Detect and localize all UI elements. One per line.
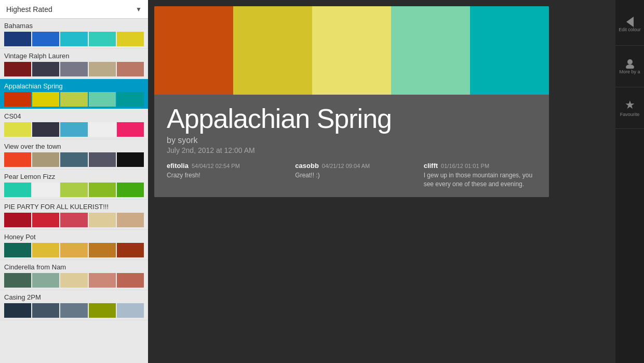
color-swatch — [117, 152, 144, 167]
detail-color-block — [154, 6, 233, 95]
palette-item[interactable]: Pear Lemon Fizz — [0, 170, 148, 200]
comment-author: casobb — [295, 162, 319, 170]
color-swatch — [4, 213, 31, 227]
detail-color-block — [233, 6, 312, 95]
palette-item-name: Honey Pot — [4, 233, 144, 241]
color-swatches — [4, 152, 144, 167]
palette-item[interactable]: Vintage Ralph Lauren — [0, 49, 148, 79]
color-swatch — [89, 183, 116, 197]
edit-colour-label: Edit colour — [619, 27, 641, 33]
palette-item[interactable]: Honey Pot — [0, 230, 148, 260]
comment-text: Great!! :) — [295, 171, 408, 180]
comment-text: I gew up in those mountain ranges, you s… — [424, 171, 536, 189]
color-swatch — [89, 303, 116, 318]
color-swatch — [89, 243, 116, 257]
chevron-down-icon: ▼ — [136, 6, 142, 13]
color-swatch — [89, 92, 116, 107]
star-icon: ★ — [625, 98, 635, 112]
color-swatch — [60, 213, 87, 227]
color-swatch — [117, 92, 144, 107]
palette-item[interactable]: CS04 — [0, 109, 148, 139]
color-swatch — [60, 62, 87, 76]
comment: casobb04/21/12 09:04 AMGreat!! :) — [295, 162, 408, 189]
palette-item-name: CS04 — [4, 112, 144, 120]
color-swatch — [60, 32, 87, 46]
palette-item[interactable]: PIE PARTY FOR ALL KULERIST!!! — [0, 200, 148, 230]
color-swatch — [4, 303, 31, 318]
color-swatch — [117, 183, 144, 197]
color-swatch — [32, 62, 59, 76]
color-swatches — [4, 273, 144, 288]
color-swatch — [4, 243, 31, 257]
palette-date: July 2nd, 2012 at 12:00 AM — [167, 146, 536, 154]
sort-label: Highest Rated — [6, 5, 52, 14]
color-swatch — [32, 152, 59, 167]
palette-item[interactable]: View over the town — [0, 139, 148, 170]
palette-item-name: Appalachian Spring — [4, 82, 144, 90]
color-swatch — [117, 273, 144, 288]
edit-colour-button[interactable]: Edit colour — [615, 4, 644, 46]
more-by-author-button[interactable]: More by a — [615, 46, 644, 87]
comment: clifft01/16/12 01:01 PMI gew up in those… — [424, 162, 536, 189]
color-swatch — [60, 183, 87, 197]
palette-author: by syork — [167, 136, 536, 145]
color-swatch — [89, 32, 116, 46]
detail-color-block — [470, 6, 549, 95]
color-swatch — [32, 303, 59, 318]
color-swatch — [89, 213, 116, 227]
color-swatch — [60, 243, 87, 257]
color-swatch — [32, 183, 59, 197]
right-panel: Edit colour More by a ★ Favourite — [615, 0, 644, 363]
palette-item[interactable]: Appalachian Spring — [0, 79, 148, 109]
palette-item-name: Pear Lemon Fizz — [4, 173, 144, 180]
color-swatch — [117, 62, 144, 76]
palette-item[interactable]: Casing 2PM — [0, 290, 148, 320]
comment-header: clifft01/16/12 01:01 PM — [424, 162, 536, 170]
color-swatch — [89, 152, 116, 167]
color-swatches — [4, 213, 144, 227]
sort-dropdown[interactable]: Highest Rated ▼ — [0, 0, 148, 19]
detail-color-block — [312, 6, 391, 95]
comment-date: 04/21/12 09:04 AM — [322, 163, 370, 169]
color-swatch — [117, 122, 144, 137]
svg-point-1 — [626, 64, 634, 69]
color-swatch — [60, 122, 87, 137]
color-swatch — [32, 213, 59, 227]
color-swatch — [117, 303, 144, 318]
color-swatch — [4, 92, 31, 107]
palette-item[interactable]: Cinderella from Nam — [0, 260, 148, 290]
color-swatches — [4, 122, 144, 137]
comments-section: efitolia54/04/12 02:54 PMCrazy fresh!cas… — [167, 162, 536, 189]
color-swatches — [4, 92, 144, 107]
color-swatch — [60, 273, 87, 288]
color-swatch — [89, 62, 116, 76]
color-swatch — [4, 32, 31, 46]
palette-item-name: Casing 2PM — [4, 293, 144, 301]
color-swatch — [32, 92, 59, 107]
color-swatches — [4, 243, 144, 257]
color-swatch — [4, 273, 31, 288]
favourite-button[interactable]: ★ Favourite — [615, 87, 644, 129]
detail-color-block — [391, 6, 470, 95]
color-swatch — [89, 273, 116, 288]
palette-item-name: Cinderella from Nam — [4, 263, 144, 271]
palette-item[interactable]: Bahamas — [0, 19, 148, 49]
comment-header: efitolia54/04/12 02:54 PM — [167, 162, 279, 170]
comment-author: clifft — [424, 162, 438, 170]
color-swatch — [4, 122, 31, 137]
color-swatch — [32, 243, 59, 257]
svg-point-0 — [627, 59, 633, 64]
palette-item-name: View over the town — [4, 142, 144, 150]
color-swatch — [60, 92, 87, 107]
color-swatch — [32, 273, 59, 288]
palette-item-name: Vintage Ralph Lauren — [4, 52, 144, 60]
palette-item-name: PIE PARTY FOR ALL KULERIST!!! — [4, 203, 144, 211]
comment-header: casobb04/21/12 09:04 AM — [295, 162, 408, 170]
sidebar: Highest Rated ▼ BahamasVintage Ralph Lau… — [0, 0, 148, 363]
color-swatches — [4, 183, 144, 197]
color-swatch — [60, 152, 87, 167]
comment: efitolia54/04/12 02:54 PMCrazy fresh! — [167, 162, 279, 189]
more-by-label: More by a — [619, 69, 640, 75]
palette-list: BahamasVintage Ralph LaurenAppalachian S… — [0, 19, 148, 363]
palette-info: Appalachian Spring by syork July 2nd, 20… — [154, 95, 549, 197]
